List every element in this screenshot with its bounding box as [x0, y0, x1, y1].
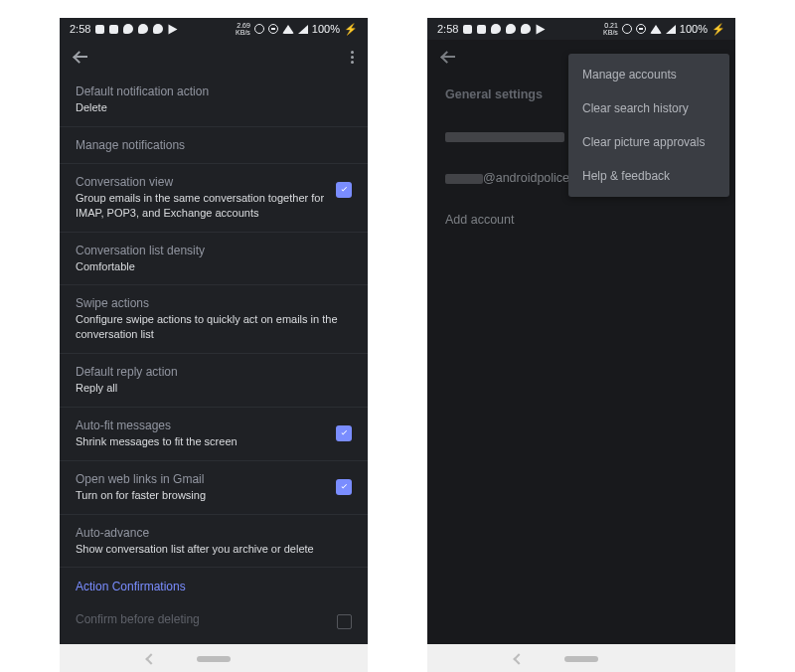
setting-subtitle: Group emails in the same conversation to… — [76, 191, 326, 221]
setting-title: Swipe actions — [76, 296, 352, 310]
dnd-icon — [636, 24, 646, 34]
chat-icon — [491, 24, 501, 34]
setting-default-reply-action[interactable]: Default reply action Reply all — [60, 354, 368, 408]
setting-title: Auto-fit messages — [76, 419, 326, 432]
menu-help-feedback[interactable]: Help & feedback — [568, 159, 729, 193]
setting-title: Conversation list density — [76, 244, 352, 257]
chat-icon — [153, 24, 163, 34]
checkbox-unchecked[interactable] — [337, 614, 352, 629]
list-add-account[interactable]: Add account — [427, 199, 735, 241]
alarm-icon — [254, 24, 264, 34]
battery-text: 100% — [312, 23, 340, 35]
android-nav-bar — [427, 644, 735, 672]
setting-default-notification-action[interactable]: Default notification action Delete — [60, 74, 368, 127]
setting-subtitle: Configure swipe actions to quickly act o… — [76, 312, 352, 342]
setting-title: Manage notifications — [76, 138, 352, 152]
overflow-menu-icon[interactable] — [351, 51, 354, 64]
setting-subtitle: Turn on for faster browsing — [76, 488, 326, 503]
status-clock: 2:58 — [437, 23, 458, 35]
menu-manage-accounts[interactable]: Manage accounts — [568, 58, 729, 91]
setting-title: Conversation view — [76, 175, 326, 189]
setting-auto-fit-messages[interactable]: Auto-fit messages Shrink messages to fit… — [60, 408, 368, 461]
charging-icon: ⚡ — [344, 23, 358, 36]
checkbox-checked[interactable] — [336, 479, 352, 495]
setting-swipe-actions[interactable]: Swipe actions Configure swipe actions to… — [60, 285, 368, 354]
battery-text: 100% — [680, 23, 708, 35]
notification-icon — [463, 25, 472, 34]
setting-manage-notifications[interactable]: Manage notifications — [60, 127, 368, 164]
back-icon[interactable] — [74, 50, 87, 64]
setting-title: Open web links in Gmail — [76, 472, 326, 486]
cell-signal-icon — [298, 25, 308, 34]
setting-auto-advance[interactable]: Auto-advance Show conversation list afte… — [60, 515, 368, 569]
app-toolbar — [60, 40, 368, 74]
status-bar: 2:58 0.21 KB/s 100% ⚡ — [427, 18, 735, 40]
play-icon — [537, 24, 546, 34]
wifi-icon — [650, 25, 662, 34]
setting-open-web-links[interactable]: Open web links in Gmail Turn on for fast… — [60, 461, 368, 515]
setting-subtitle: Delete — [76, 100, 352, 115]
setting-title: Confirm before deleting — [76, 612, 327, 626]
status-clock: 2:58 — [70, 23, 90, 35]
chat-icon — [123, 24, 133, 34]
nav-back-icon[interactable] — [145, 653, 156, 664]
checkbox-checked[interactable] — [336, 182, 352, 198]
notification-icon — [95, 25, 104, 34]
setting-title: Auto-advance — [76, 526, 352, 540]
chat-icon — [138, 24, 148, 34]
wifi-icon — [282, 25, 294, 34]
chat-icon — [506, 24, 516, 34]
redacted-text — [445, 174, 483, 184]
setting-conversation-view[interactable]: Conversation view Group emails in the sa… — [60, 164, 368, 233]
nav-back-icon[interactable] — [513, 653, 524, 664]
menu-clear-picture-approvals[interactable]: Clear picture approvals — [568, 125, 729, 159]
redacted-text — [445, 132, 564, 142]
setting-subtitle: Show conversation list after you archive… — [76, 542, 352, 557]
net-speed: 0.21 KB/s — [603, 22, 618, 36]
checkbox-checked[interactable] — [336, 425, 352, 441]
section-action-confirmations: Action Confirmations — [60, 568, 368, 601]
phone-screenshot-left: 2:58 2.69 KB/s 100% ⚡ Default notificati… — [60, 18, 368, 644]
chat-icon — [521, 24, 531, 34]
net-speed: 2.69 KB/s — [236, 22, 250, 36]
charging-icon: ⚡ — [712, 23, 725, 36]
cell-signal-icon — [666, 25, 676, 34]
setting-subtitle: Comfortable — [76, 259, 352, 274]
status-bar: 2:58 2.69 KB/s 100% ⚡ — [60, 18, 368, 40]
android-nav-bar — [60, 644, 368, 672]
notification-icon — [477, 25, 486, 34]
nav-home-pill[interactable] — [564, 656, 598, 662]
setting-conversation-list-density[interactable]: Conversation list density Comfortable — [60, 233, 368, 286]
menu-clear-search-history[interactable]: Clear search history — [568, 91, 729, 125]
setting-subtitle: Shrink messages to fit the screen — [76, 434, 326, 449]
setting-confirm-before-deleting[interactable]: Confirm before deleting — [60, 601, 368, 629]
phone-screenshot-right: 2:58 0.21 KB/s 100% ⚡ General settings @… — [427, 18, 735, 644]
overflow-menu: Manage accounts Clear search history Cle… — [568, 54, 729, 197]
nav-home-pill[interactable] — [197, 656, 231, 662]
back-icon[interactable] — [441, 50, 455, 64]
setting-subtitle: Reply all — [76, 381, 352, 396]
setting-title: Default notification action — [76, 84, 352, 98]
play-icon — [169, 24, 178, 34]
notification-icon — [109, 25, 118, 34]
setting-title: Default reply action — [76, 365, 352, 379]
alarm-icon — [622, 24, 632, 34]
dnd-icon — [268, 24, 278, 34]
